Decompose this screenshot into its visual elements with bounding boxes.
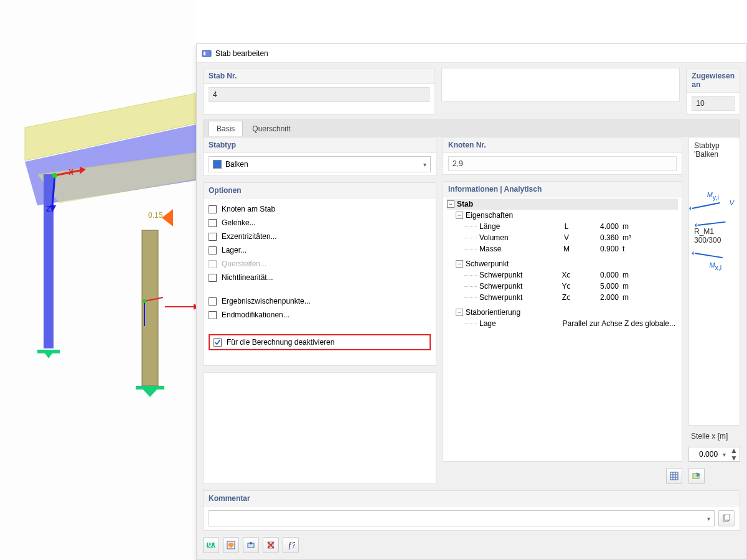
dialog-title: Stab bearbeiten: [215, 49, 268, 58]
stabtyp-color-swatch: [213, 160, 222, 169]
view-render-button[interactable]: [243, 537, 259, 553]
optionen-label: Optionen: [204, 183, 436, 198]
stelle-x-label: Stelle x [m]: [688, 432, 740, 441]
info-panel: Informationen | Analytisch −Stab −Eigens…: [443, 181, 682, 462]
stabtyp-dropdown[interactable]: Balken ▾: [209, 156, 431, 172]
preview-panel: Stabtyp 'Balken My,i V Mx,i R_M1 300/300: [688, 137, 740, 426]
svg-point-13: [52, 173, 57, 178]
svg-text:X: X: [68, 168, 73, 177]
stab-nr-input[interactable]: [209, 87, 430, 102]
opt-nichtlinearitaet[interactable]: Nichtlinearität...: [209, 273, 431, 282]
opt-gelenke[interactable]: Gelenke...: [209, 218, 431, 227]
tree-collapse-icon[interactable]: −: [456, 309, 463, 316]
spinner-arrows-icon[interactable]: ▲▼: [728, 447, 740, 462]
svg-rect-25: [670, 472, 678, 480]
stelle-x-spinner[interactable]: 0.000 ▾ ▲▼: [688, 447, 740, 462]
svg-line-32: [698, 222, 726, 225]
svg-marker-47: [228, 543, 234, 548]
tree-collapse-icon[interactable]: −: [456, 260, 463, 268]
opt-endmodifikationen[interactable]: Endmodifikationen...: [209, 310, 431, 319]
chevron-down-icon: ▾: [720, 451, 728, 458]
edit-member-dialog: Stab bearbeiten Stab Nr. Zugewiesen an B…: [196, 44, 747, 560]
opt-ergebniszwischenpunkte[interactable]: Ergebniszwischenpunkte...: [209, 297, 431, 306]
view-model-button[interactable]: [223, 537, 239, 553]
svg-marker-31: [689, 206, 691, 210]
svg-line-30: [692, 203, 720, 208]
tab-querschnitt[interactable]: Querschnitt: [244, 121, 298, 136]
svg-marker-35: [692, 251, 694, 255]
function-button[interactable]: ƒ?: [283, 537, 299, 553]
knoten-panel: Knoten Nr.: [443, 137, 682, 175]
kommentar-panel: Kommentar ▾: [203, 490, 740, 531]
svg-marker-8: [136, 386, 164, 390]
svg-line-34: [695, 253, 723, 258]
opt-exzentrizitaeten[interactable]: Exzentrizitäten...: [209, 232, 431, 241]
opt-knoten-am-stab[interactable]: Knoten am Stab: [209, 205, 431, 213]
tab-strip: Basis Querschnitt: [203, 119, 740, 137]
grid-options-button[interactable]: [666, 468, 682, 484]
optionen-panel: Optionen Knoten am Stab Gelenke... Exzen…: [203, 182, 436, 366]
stabtyp-value: Balken: [225, 160, 248, 169]
svg-text:x,i: x,i: [715, 264, 721, 271]
viewport-3d[interactable]: 0.15 X Z: [0, 0, 196, 560]
stabtyp-label: Stabtyp: [204, 138, 436, 153]
svg-rect-24: [204, 52, 205, 55]
svg-text:V: V: [730, 199, 735, 207]
svg-text:y,i: y,i: [713, 194, 719, 201]
goto-button[interactable]: [688, 468, 705, 484]
svg-text:ƒ?: ƒ?: [288, 541, 295, 549]
svg-text:0,00: 0,00: [208, 541, 216, 549]
svg-marker-6: [37, 350, 60, 353]
main-columns: Stabtyp Balken ▾ Optionen Knoten am Stab…: [197, 137, 746, 490]
svg-point-49: [250, 542, 252, 544]
tab-basis[interactable]: Basis: [209, 121, 243, 136]
chevron-down-icon: ▾: [707, 515, 714, 522]
dialog-icon: [202, 49, 212, 58]
opt-lager[interactable]: Lager...: [209, 246, 431, 254]
svg-point-20: [143, 299, 146, 303]
kommentar-label: Kommentar: [204, 491, 740, 506]
tree-collapse-icon[interactable]: −: [447, 200, 454, 208]
header-row: Stab Nr. Zugewiesen an: [197, 63, 746, 114]
dialog-titlebar[interactable]: Stab bearbeiten: [197, 44, 746, 63]
opt-quersteifen: Quersteifen...: [209, 259, 431, 268]
svg-text:M: M: [709, 261, 715, 269]
preview-title: Stabtyp 'Balken: [689, 138, 740, 162]
header-spacer: [441, 68, 680, 101]
zugewiesen-input[interactable]: [692, 96, 735, 111]
callout-arrow: [165, 303, 199, 310]
kommentar-combo[interactable]: ▾: [209, 510, 715, 526]
zugewiesen-panel: Zugewiesen an: [686, 68, 740, 114]
svg-text:0.15: 0.15: [148, 211, 163, 220]
svg-rect-43: [725, 514, 730, 520]
opt-deactivate-highlight: Für die Berechnung deaktivieren: [209, 334, 431, 350]
opt-deactivate-calc[interactable]: Für die Berechnung deaktivieren: [214, 338, 334, 347]
footer-toolbar: 0,00 ƒ?: [197, 533, 746, 559]
optionen-lower-blank: [203, 372, 436, 484]
stab-nr-panel: Stab Nr.: [203, 68, 435, 114]
svg-text:Z: Z: [46, 205, 50, 213]
units-button[interactable]: 0,00: [203, 537, 219, 553]
stab-nr-label: Stab Nr.: [204, 68, 435, 84]
section-label: R_M1 300/300: [694, 227, 740, 245]
svg-text:M: M: [707, 191, 713, 198]
knoten-input[interactable]: [448, 156, 677, 171]
kommentar-edit-button[interactable]: [718, 510, 735, 526]
info-header: Informationen | Analytisch: [443, 182, 682, 197]
zugewiesen-label: Zugewiesen an: [687, 68, 740, 93]
svg-marker-14: [162, 209, 173, 226]
knoten-label: Knoten Nr.: [443, 138, 682, 153]
stabtyp-panel: Stabtyp Balken ▾: [203, 137, 436, 176]
delete-button[interactable]: [263, 537, 279, 553]
chevron-down-icon: ▾: [423, 161, 426, 168]
tree-collapse-icon[interactable]: −: [456, 212, 463, 219]
